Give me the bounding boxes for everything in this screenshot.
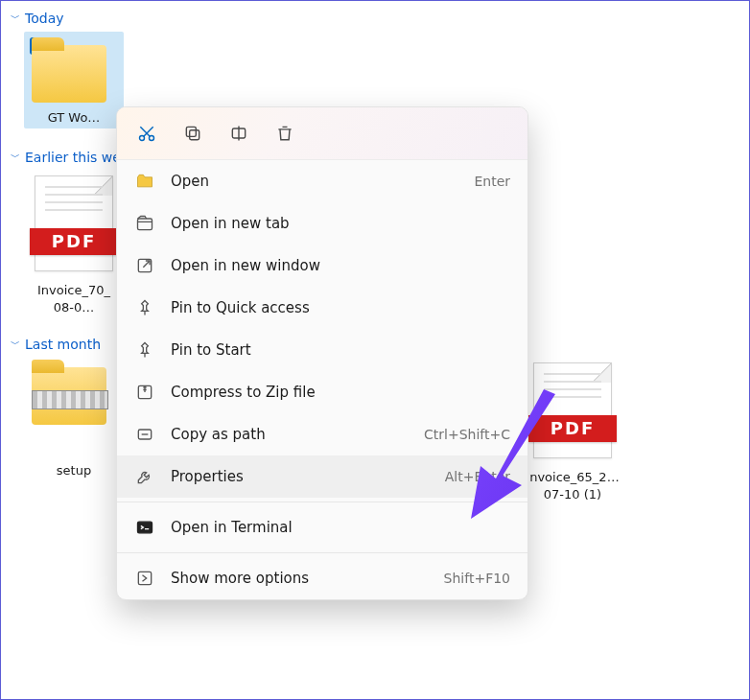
svg-rect-10 (138, 572, 151, 584)
folder-label: GT Wo… (48, 110, 101, 125)
group-label: Last month (25, 337, 101, 352)
menu-item-open[interactable]: Open Enter (117, 160, 527, 202)
menu-label: Pin to Start (171, 341, 510, 359)
chevron-down-icon: ﹀ (11, 12, 20, 25)
menu-item-copy-path[interactable]: Copy as path Ctrl+Shift+C (117, 413, 527, 455)
svg-rect-9 (138, 522, 152, 533)
pin-icon (134, 297, 155, 318)
copy-icon[interactable] (180, 121, 205, 146)
wrench-icon (134, 466, 155, 487)
folder-open-icon (134, 171, 155, 192)
svg-rect-5 (138, 219, 152, 230)
copy-path-icon (134, 424, 155, 445)
context-menu-toolbar (117, 107, 527, 160)
menu-label: Pin to Quick access (171, 299, 510, 316)
rename-icon[interactable] (226, 121, 251, 146)
file-item-invoice-65[interactable]: PDF Invoice_65_2… 07-10 (1) (523, 358, 622, 502)
group-header-today[interactable]: ﹀ Today (11, 11, 739, 26)
file-item-invoice-70[interactable]: PDF Invoice_70_ 08-0… (24, 171, 124, 315)
menu-item-properties[interactable]: Properties Alt+Enter (117, 455, 527, 498)
folder-label: setup (57, 463, 91, 478)
pdf-icon: PDF (529, 358, 616, 463)
group-label: Today (25, 11, 64, 26)
menu-label: Open in new window (171, 257, 510, 274)
open-window-icon (134, 255, 155, 276)
chevron-down-icon: ﹀ (11, 338, 20, 351)
menu-separator (117, 552, 527, 553)
pdf-icon: PDF (31, 171, 117, 276)
menu-shortcut: Alt+Enter (445, 469, 510, 484)
pdf-badge: PDF (30, 228, 118, 255)
menu-label: Open in Terminal (171, 519, 510, 536)
menu-label: Copy as path (171, 426, 409, 443)
menu-label: Open in new tab (171, 215, 510, 232)
delete-icon[interactable] (272, 121, 297, 146)
svg-rect-2 (190, 130, 199, 140)
folder-icon (32, 35, 116, 110)
svg-point-0 (140, 136, 145, 141)
menu-label: Show more options (171, 570, 429, 587)
menu-item-pin-start[interactable]: Pin to Start (117, 329, 527, 371)
menu-label: Properties (171, 468, 430, 485)
menu-item-open-tab[interactable]: Open in new tab (117, 202, 527, 245)
menu-item-compress[interactable]: Compress to Zip file (117, 371, 527, 413)
menu-shortcut: Enter (474, 174, 510, 189)
menu-label: Compress to Zip file (171, 384, 510, 401)
file-label: Invoice_70_ 08-0… (37, 282, 110, 315)
menu-item-open-window[interactable]: Open in new window (117, 245, 527, 287)
terminal-icon (134, 517, 155, 538)
menu-label: Open (171, 173, 458, 190)
menu-item-terminal[interactable]: Open in Terminal (117, 506, 527, 548)
chevron-down-icon: ﹀ (11, 151, 20, 164)
zip-folder-icon (32, 358, 116, 432)
svg-rect-3 (186, 127, 196, 136)
zip-icon (134, 382, 155, 403)
pin-icon (134, 339, 155, 361)
svg-point-1 (150, 136, 154, 141)
tab-icon (134, 213, 155, 234)
menu-separator (117, 502, 527, 502)
menu-shortcut: Ctrl+Shift+C (424, 427, 510, 442)
pdf-badge: PDF (528, 415, 617, 442)
file-label: Invoice_65_2… 07-10 (1) (526, 469, 619, 502)
cut-icon[interactable] (134, 121, 159, 146)
folder-item-setup[interactable]: setup (24, 358, 124, 502)
folder-item-gt-work[interactable]: GT Wo… (24, 32, 124, 128)
more-options-icon (134, 568, 155, 589)
context-menu: Open Enter Open in new tab Open in new w… (116, 106, 528, 600)
menu-item-more[interactable]: Show more options Shift+F10 (117, 557, 527, 599)
menu-item-pin-quick[interactable]: Pin to Quick access (117, 287, 527, 329)
menu-shortcut: Shift+F10 (444, 571, 510, 586)
